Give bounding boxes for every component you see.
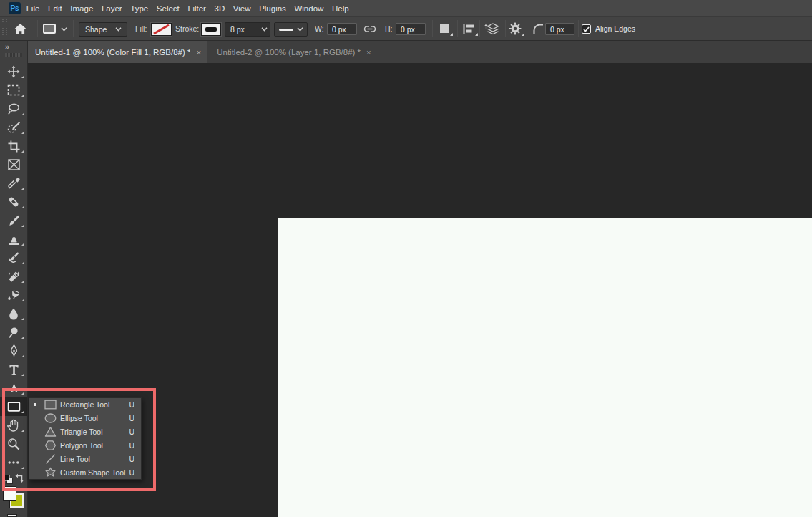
separator xyxy=(529,20,529,37)
flyout-item-rectangle-tool[interactable]: Rectangle ToolU xyxy=(29,398,141,412)
menu-item-select[interactable]: Select xyxy=(152,0,184,16)
menu-item-window[interactable]: Window xyxy=(290,0,328,16)
options-bar: Shape Fill: Stroke: 8 px xyxy=(0,17,812,41)
stroke-color-swatch[interactable] xyxy=(201,23,221,36)
tool-mode-select[interactable]: Shape xyxy=(79,22,127,37)
path-arrangement-button[interactable] xyxy=(484,21,501,37)
brush-tool[interactable] xyxy=(0,211,27,230)
eraser-tool[interactable] xyxy=(0,267,27,286)
chevron-down-icon xyxy=(297,27,303,32)
flyout-item-label: Custom Shape Tool xyxy=(60,468,125,477)
stroke-style-select[interactable] xyxy=(274,22,308,37)
flyout-item-custom-shape-tool[interactable]: Custom Shape ToolU xyxy=(29,465,141,479)
flyout-item-line-tool[interactable]: Line ToolU xyxy=(29,452,141,465)
move-tool[interactable] xyxy=(0,62,27,81)
hand-icon xyxy=(7,419,20,432)
menu-item-image[interactable]: Image xyxy=(67,0,98,16)
flyout-tri-icon xyxy=(21,317,24,320)
dropdown-tri-icon xyxy=(450,33,453,36)
default-colors-icon xyxy=(4,475,13,484)
flyout-item-label: Triangle Tool xyxy=(60,427,103,436)
swap-colors-button[interactable] xyxy=(14,473,24,486)
dodge-tool[interactable] xyxy=(0,323,27,342)
history-brush-tool[interactable] xyxy=(0,248,27,267)
flyout-tri-icon xyxy=(21,280,24,283)
pen-tool[interactable] xyxy=(0,342,27,360)
stroke-width-dropdown-button[interactable] xyxy=(258,23,270,36)
corner-radius-input[interactable]: 0 px xyxy=(545,23,574,35)
quick-mask-button[interactable] xyxy=(7,514,17,517)
menu-item-filter[interactable]: Filter xyxy=(184,0,210,16)
path-operations-button[interactable] xyxy=(439,23,453,36)
menu-item-file[interactable]: File xyxy=(22,0,44,16)
blur-tool[interactable] xyxy=(0,304,27,323)
flyout-item-ellipse-tool[interactable]: Ellipse ToolU xyxy=(29,412,141,425)
lasso-tool[interactable] xyxy=(0,100,27,118)
hand-tool[interactable] xyxy=(0,416,27,435)
edit-toolbar-tool[interactable] xyxy=(0,453,27,472)
zoom-tool[interactable] xyxy=(0,435,27,453)
link-dimensions-button[interactable] xyxy=(362,24,378,34)
rectangular-marquee-tool[interactable] xyxy=(0,81,27,100)
flyout-tri-icon xyxy=(21,392,24,395)
flyout-tri-icon xyxy=(21,75,24,78)
clone-stamp-tool[interactable] xyxy=(0,230,27,248)
fill-label: Fill: xyxy=(135,17,147,40)
menu-bar: Ps FileEditImageLayerTypeSelectFilter3DV… xyxy=(0,0,812,17)
flyout-tri-icon xyxy=(21,336,24,339)
object-selection-tool[interactable] xyxy=(0,118,27,137)
home-button[interactable] xyxy=(12,21,28,37)
flyout-item-shortcut: U xyxy=(129,427,134,436)
paint-bucket-tool[interactable] xyxy=(0,286,27,304)
path-alignment-button[interactable] xyxy=(462,23,478,36)
flyout-item-triangle-tool[interactable]: Triangle ToolU xyxy=(29,425,141,439)
flyout-item-label: Polygon Tool xyxy=(60,441,103,450)
default-colors-button[interactable] xyxy=(4,474,12,483)
foreground-color-swatch[interactable] xyxy=(3,486,16,501)
flyout-tri-icon xyxy=(21,299,24,301)
stroke-width-combo[interactable]: 8 px xyxy=(225,22,270,37)
history-brush-icon xyxy=(7,251,20,264)
fill-color-swatch[interactable] xyxy=(151,23,172,36)
toolbar-expand-button[interactable]: » xyxy=(5,42,10,51)
menu-item-edit[interactable]: Edit xyxy=(44,0,66,16)
type-tool[interactable] xyxy=(0,360,27,379)
menu-item-plugins[interactable]: Plugins xyxy=(255,0,290,16)
menu-item-layer[interactable]: Layer xyxy=(97,0,126,16)
menu-item-view[interactable]: View xyxy=(229,0,255,16)
flyout-tri-icon xyxy=(21,261,24,264)
eyedropper-tool[interactable] xyxy=(0,174,27,193)
menu-item-3d[interactable]: 3D xyxy=(210,0,229,16)
align-edges-label: Align Edges xyxy=(595,17,635,40)
rectangle-tool[interactable] xyxy=(0,397,27,416)
tab-close-icon[interactable]: × xyxy=(366,48,371,57)
options-bar-grip[interactable] xyxy=(2,19,7,38)
flyout-item-polygon-tool[interactable]: Polygon ToolU xyxy=(29,438,141,452)
path-operations-icon xyxy=(440,24,449,33)
height-label: H: xyxy=(385,17,393,40)
stroke-color-bar xyxy=(205,27,217,32)
frame-tool[interactable] xyxy=(0,155,27,174)
align-edges-checkbox[interactable] xyxy=(582,24,591,34)
shape-settings-button[interactable] xyxy=(509,22,524,37)
separator xyxy=(432,20,433,37)
flyout-item-shortcut: U xyxy=(129,455,134,463)
rectangle-icon xyxy=(7,401,21,412)
path-selection-tool[interactable] xyxy=(0,379,27,397)
document-canvas[interactable] xyxy=(278,218,812,517)
link-icon xyxy=(363,25,377,33)
spot-healing-brush-tool[interactable] xyxy=(0,193,27,211)
menu-item-help[interactable]: Help xyxy=(328,0,353,16)
menu-items: FileEditImageLayerTypeSelectFilter3DView… xyxy=(22,0,353,16)
toolbar-grip[interactable] xyxy=(5,53,22,57)
tab-close-icon[interactable]: × xyxy=(196,48,201,57)
shape-width-input[interactable]: 0 px xyxy=(327,23,357,35)
tool-preset-chevron-down-icon[interactable] xyxy=(61,27,67,32)
menu-item-type[interactable]: Type xyxy=(126,0,152,16)
tool-preset-swatch[interactable] xyxy=(43,24,56,34)
document-tab-2[interactable]: Untitled-2 @ 100% (Layer 1, RGB/8#) *× xyxy=(207,41,378,63)
crop-tool[interactable] xyxy=(0,137,27,155)
separator xyxy=(479,20,480,37)
document-tab-1[interactable]: Untitled-1 @ 100% (Color Fill 1, RGB/8#)… xyxy=(28,41,207,63)
shape-height-input[interactable]: 0 px xyxy=(396,23,426,35)
